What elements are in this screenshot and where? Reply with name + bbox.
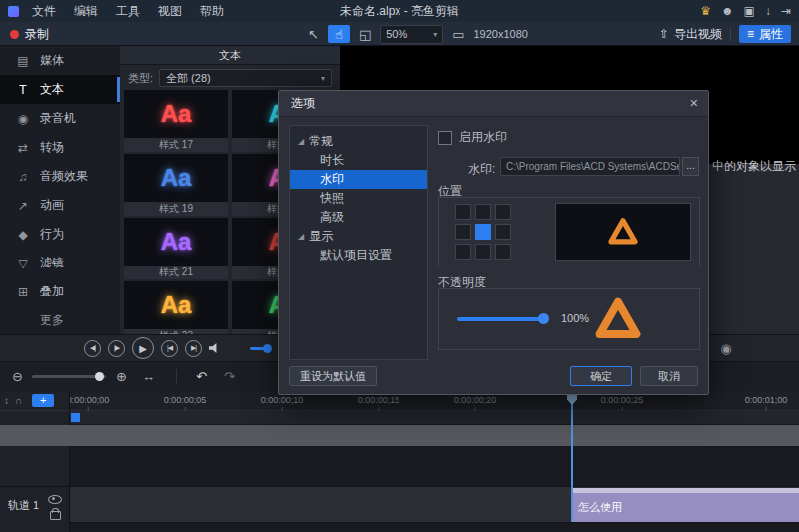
tree-item-advanced[interactable]: 高级	[290, 208, 427, 227]
ok-button[interactable]: 确定	[570, 366, 632, 386]
sidebar-item-audio-effects[interactable]: ♫ 音频效果	[0, 162, 120, 191]
exit-icon[interactable]: ⇥	[781, 4, 791, 18]
sidebar-item-filters[interactable]: ▽ 滤镜	[0, 249, 120, 277]
tree-item-label: 显示	[309, 228, 333, 245]
menu-edit[interactable]: 编辑	[65, 0, 107, 22]
hand-tool-icon[interactable]: ☝	[328, 25, 350, 43]
position-cell[interactable]	[495, 244, 511, 260]
style-card[interactable]: Aa 样式 17	[124, 90, 228, 152]
sidebar-item-animation[interactable]: ↗ 动画	[0, 191, 120, 220]
zoom-in-icon[interactable]: ⊕	[116, 369, 127, 384]
behavior-icon: ◆	[16, 228, 30, 242]
sidebar-item-media[interactable]: ▤ 媒体	[0, 46, 120, 75]
expand-icon[interactable]: ◢	[298, 137, 304, 146]
jump-forward-button[interactable]: |▶	[108, 340, 125, 357]
position-cell[interactable]	[455, 244, 471, 260]
magnet-icon[interactable]: ∩	[15, 395, 22, 406]
tree-item-label: 水印	[320, 171, 344, 188]
sidebar-item-overlay[interactable]: ⊞ 叠加	[0, 277, 120, 306]
crop-tool-icon[interactable]: ◱	[359, 28, 371, 41]
add-track-button[interactable]: +	[32, 394, 54, 407]
save-icon[interactable]: ▣	[744, 4, 755, 18]
position-cell[interactable]	[455, 224, 471, 240]
redo-icon[interactable]: ↷	[224, 369, 235, 384]
volume-slider[interactable]	[250, 347, 264, 350]
export-icon: ⇧	[659, 27, 669, 41]
close-icon[interactable]: ×	[690, 95, 698, 111]
tree-item-watermark[interactable]: 水印	[290, 170, 427, 189]
position-cell[interactable]	[455, 204, 471, 220]
tree-item-general[interactable]: ◢ 常规	[290, 132, 427, 151]
volume-icon[interactable]	[209, 342, 221, 354]
menu-view[interactable]: 视图	[149, 0, 191, 22]
enable-watermark-row[interactable]: 启用水印	[438, 129, 507, 146]
menubar-icons: ♛ ☻ ▣ ↓ ⇥	[700, 0, 791, 22]
sidebar-item-text[interactable]: T 文本	[0, 75, 120, 104]
sidebar: ▤ 媒体 T 文本 ◉ 录音机 ⇄ 转场 ♫ 音频效果 ↗ 动画 ◆ 行为 ▽	[0, 46, 120, 334]
menu-help[interactable]: 帮助	[191, 0, 233, 22]
tree-item-snapshot[interactable]: 快照	[290, 189, 427, 208]
style-card[interactable]: Aa 样式 19	[124, 154, 228, 216]
reset-defaults-button[interactable]: 重设为默认值	[289, 366, 377, 386]
lock-icon[interactable]	[50, 511, 61, 520]
type-filter-select[interactable]: 全部 (28) ▾	[159, 69, 332, 87]
expand-icon[interactable]: ◢	[298, 232, 304, 241]
fit-timeline-icon[interactable]: ↔	[142, 369, 155, 384]
menu-file[interactable]: 文件	[23, 0, 65, 22]
playhead[interactable]	[571, 404, 573, 522]
sidebar-item-recorder[interactable]: ◉ 录音机	[0, 104, 120, 133]
sidebar-item-transitions[interactable]: ⇄ 转场	[0, 133, 120, 162]
zoom-level-select[interactable]: 50% ▾	[380, 25, 443, 44]
position-cell-selected[interactable]	[475, 224, 491, 240]
timeline-clip[interactable]: 怎么使用	[572, 488, 799, 522]
track-height-icon[interactable]: ↕	[4, 395, 9, 406]
position-cell[interactable]	[495, 204, 511, 220]
dialog-titlebar[interactable]: 选项 ×	[279, 91, 708, 117]
mini-clip[interactable]	[71, 413, 80, 422]
acdsee-logo	[595, 296, 641, 342]
position-cell[interactable]	[475, 204, 491, 220]
menu-tools[interactable]: 工具	[107, 0, 149, 22]
watermark-path-input[interactable]: C:\Program Files\ACD Systems\ACDSee Lux	[500, 157, 680, 176]
undo-icon[interactable]: ↶	[196, 369, 207, 384]
opacity-slider-handle[interactable]	[538, 313, 549, 324]
skip-to-start-button[interactable]: |◀	[161, 340, 178, 357]
skip-to-end-button[interactable]: ▶|	[185, 340, 202, 357]
position-cell[interactable]	[495, 224, 511, 240]
tree-item-duration[interactable]: 时长	[290, 151, 427, 170]
volume-slider-handle[interactable]	[263, 344, 272, 353]
sidebar-item-behavior[interactable]: ◆ 行为	[0, 220, 120, 249]
position-cell[interactable]	[475, 244, 491, 260]
tree-item-display[interactable]: ◢ 显示	[290, 227, 427, 246]
style-card[interactable]: Aa 样式 23	[124, 281, 228, 334]
sidebar-item-more[interactable]: 更多	[0, 306, 120, 335]
fit-screen-icon[interactable]: ▭	[452, 28, 464, 41]
animation-icon: ↗	[16, 199, 30, 213]
account-icon[interactable]: ☻	[721, 4, 734, 18]
ruler-tick-label: 0:00:01;00	[745, 395, 788, 405]
zoom-slider-handle[interactable]	[95, 372, 104, 381]
browse-button[interactable]: ...	[682, 157, 699, 176]
timeline-zoom-slider[interactable]	[32, 375, 106, 378]
record-button[interactable]: 录制	[10, 22, 49, 46]
zoom-out-icon[interactable]: ⊖	[12, 369, 23, 384]
enable-watermark-checkbox[interactable]	[438, 131, 452, 145]
play-button[interactable]: ▶	[132, 337, 154, 359]
divider	[176, 369, 177, 384]
snapshot-camera-icon[interactable]: ◉	[720, 341, 731, 356]
type-label: 类型:	[128, 71, 153, 86]
ruler-tick-label: 0:00:00;05	[164, 395, 207, 405]
tree-item-default-project[interactable]: 默认项目设置	[290, 246, 427, 265]
track1-lane[interactable]: 怎么使用	[70, 486, 799, 523]
jump-back-button[interactable]: ◀|	[84, 340, 101, 357]
properties-button[interactable]: ≡ 属性	[739, 25, 791, 43]
eye-icon[interactable]	[48, 495, 62, 504]
vip-crown-icon[interactable]: ♛	[700, 4, 711, 18]
select-tool-icon[interactable]: ↖	[308, 28, 319, 41]
cancel-button[interactable]: 取消	[640, 366, 698, 386]
timeline-scrollbar[interactable]	[0, 425, 799, 446]
opacity-slider[interactable]	[457, 317, 545, 321]
style-card[interactable]: Aa 样式 21	[124, 218, 228, 279]
export-video-button[interactable]: ⇧ 导出视频	[659, 26, 722, 43]
download-icon[interactable]: ↓	[765, 4, 771, 18]
